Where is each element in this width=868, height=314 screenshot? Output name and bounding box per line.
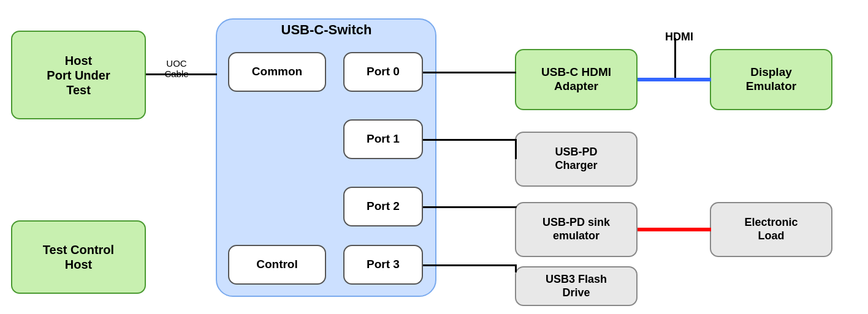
usbc-hdmi-box: USB-C HDMIAdapter (515, 49, 638, 110)
hdmi-line (638, 78, 711, 81)
pd-sink-line (638, 228, 711, 231)
usb-pd-charger-box: USB-PDCharger (515, 132, 638, 187)
port1-right-line (423, 139, 516, 141)
test-control-box: Test ControlHost (11, 220, 146, 294)
hdmi-label: HDMI (665, 31, 693, 43)
port3-to-flash-v (515, 264, 517, 272)
uoc-cable-label: UOCCable (152, 58, 201, 79)
display-emulator-box: DisplayEmulator (710, 49, 832, 110)
port0-to-hdmi-line (423, 72, 516, 73)
usbc-switch-title: USB-C-Switch (233, 22, 420, 38)
port2-box: Port 2 (343, 187, 423, 226)
diagram: HostPort UnderTest Test ControlHost UOCC… (0, 0, 868, 314)
port1-to-charger-v (515, 139, 517, 159)
electronic-load-box: ElectronicLoad (710, 202, 832, 257)
common-box: Common (228, 52, 326, 92)
port1-box: Port 1 (343, 119, 423, 159)
host-to-uoc-line (146, 73, 217, 75)
host-port-box: HostPort UnderTest (11, 31, 146, 119)
hdmi-vertical-line (674, 38, 676, 78)
usb-pd-sink-box: USB-PD sinkemulator (515, 202, 638, 257)
port3-box: Port 3 (343, 245, 423, 285)
usb3-flash-box: USB3 FlashDrive (515, 266, 638, 306)
port2-right-line (423, 206, 516, 208)
port2-to-sink-v (515, 206, 517, 207)
port3-right-line (423, 264, 516, 266)
control-box: Control (228, 245, 326, 285)
port0-box: Port 0 (343, 52, 423, 92)
